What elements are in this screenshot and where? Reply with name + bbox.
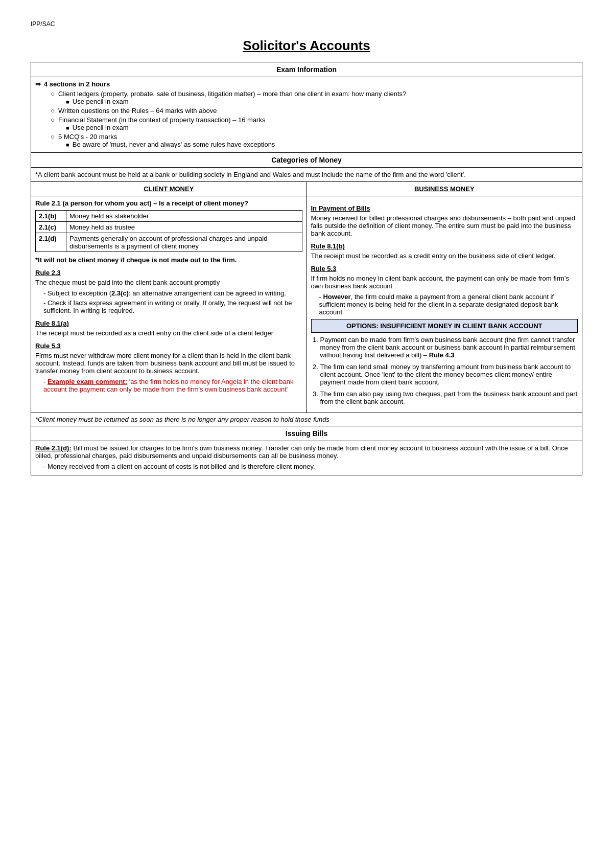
rule53-client-label: Rule 5.3 (35, 342, 302, 350)
rule21d-text: Payments generally on account of profess… (66, 233, 302, 252)
issuing-bills-text: Rule 2.1(d): Bill must be issued for cha… (35, 444, 578, 460)
exam-sections-label: 4 sections in 2 hours (44, 80, 110, 88)
rule21c-text: Money held as trustee (66, 222, 302, 233)
rule53-business-label: Rule 5.3 (311, 265, 578, 272)
issuing-bills-content: Rule 2.1(d): Bill must be issued for cha… (31, 441, 582, 475)
rule21b-text: Money held as stakeholder (66, 211, 302, 222)
option-2: The firm can lend small money by transfe… (320, 363, 578, 386)
example-list: Example exam comment: 'as the firm holds… (43, 378, 302, 393)
rule81a-text: The receipt must be recorded as a credit… (35, 329, 302, 337)
rule23-list: Subject to exception (2.3(c): an alterna… (43, 289, 302, 314)
however-label: However (323, 293, 350, 301)
rule23-item-1: Subject to exception (2.3(c): an alterna… (43, 289, 302, 297)
rule53-sub-list: However, the firm could make a payment f… (319, 293, 578, 316)
rule21b-label: 2.1(b) (36, 211, 66, 222)
exam-subitem-3: ■ Be aware of 'must, never and always' a… (66, 141, 578, 148)
example-label: Example exam comment: (48, 378, 127, 385)
option-3: The firm can also pay using two cheques,… (320, 390, 578, 405)
rule81a-label: Rule 8.1(a) (35, 319, 302, 327)
business-money-header: BUSINESS MONEY (306, 182, 582, 196)
rule21d-issuing-label: Rule 2.1(d): (35, 444, 72, 452)
issuing-bills-list: Money received from a client on account … (43, 463, 578, 470)
issuing-bills-item: Money received from a client on account … (43, 463, 578, 470)
exam-subitem-1: ■ Use pencil in exam (66, 98, 578, 105)
business-money-content: In Payment of Bills Money received for b… (306, 196, 582, 413)
client-money-content: Rule 2.1 (a person for whom you act) – I… (31, 196, 307, 413)
exam-info-content: ⇒ 4 sections in 2 hours ○ Client ledgers… (31, 77, 582, 153)
rule21d-label: 2.1(d) (36, 233, 66, 252)
rule21d-issuing-text: Bill must be issued for charges to be fi… (35, 444, 568, 460)
exam-item-3: ○ Financial Statement (in the context of… (51, 116, 578, 131)
categories-footer: *Client money must be returned as soon a… (31, 413, 582, 426)
in-payment-text: Money received for billed professional c… (311, 214, 578, 237)
exam-item-4: ○ 5 MCQ's - 20 marks ■ Be aware of 'must… (51, 133, 578, 148)
rule23-label: Rule 2.3 (35, 269, 302, 277)
rule23-text: The cheque must be paid into the client … (35, 279, 302, 286)
options-list: Payment can be made from firm's own busi… (320, 336, 578, 405)
in-payment-label: In Payment of Bills (311, 204, 578, 212)
header-reference: IPP/SAC (31, 20, 582, 28)
page-title: Solicitor's Accounts (31, 38, 582, 54)
categories-intro-text: *A client bank account must be held at a… (31, 168, 582, 182)
issuing-bills-header: Issuing Bills (31, 426, 582, 441)
options-header: OPTIONS: INSUFFICIENT MONEY IN CLIENT BA… (311, 319, 578, 333)
rule53-business-text: If firm holds no money in client bank ac… (311, 275, 578, 290)
option-1: Payment can be made from firm's own busi… (320, 336, 578, 359)
rule53-sub-item: However, the firm could make a payment f… (319, 293, 578, 316)
rule81b-label: Rule 8.1(b) (311, 242, 578, 250)
footer-text: *Client money must be returned as soon a… (35, 416, 329, 423)
rule53-client-text: Firms must never withdraw more client mo… (35, 352, 302, 375)
exam-item-1: ○ Client ledgers (property, probate, sal… (51, 90, 578, 105)
rule21-header: Rule 2.1 (a person for whom you act) – I… (35, 199, 302, 207)
client-money-header: CLIENT MONEY (31, 182, 307, 196)
rule81b-text: The receipt must be recorded as a credit… (311, 252, 578, 260)
exam-subitem-2: ■ Use pencil in exam (66, 124, 578, 131)
example-item: Example exam comment: 'as the firm holds… (43, 378, 302, 393)
exam-item-2: ○ Written questions on the Rules – 64 ma… (51, 107, 578, 115)
arrow-icon: ⇒ (35, 80, 41, 88)
exam-info-header: Exam Information (31, 62, 582, 77)
client-money-note: *It will not be client money if cheque i… (35, 256, 302, 264)
rule21c-label: 2.1(c) (36, 222, 66, 233)
rule21-table: 2.1(b) Money held as stakeholder 2.1(c) … (35, 210, 302, 252)
main-content-table: Exam Information ⇒ 4 sections in 2 hours… (31, 62, 582, 475)
categories-header: Categories of Money (31, 153, 582, 168)
rule23-item-2: Check if facts express agreement in writ… (43, 299, 302, 314)
